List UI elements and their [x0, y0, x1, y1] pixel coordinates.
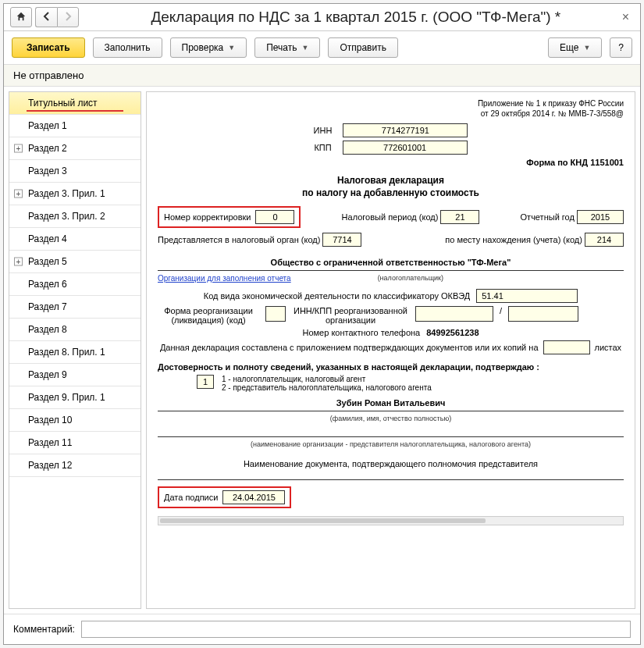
comment-label: Комментарий:	[13, 624, 75, 635]
footer: Комментарий:	[4, 614, 640, 644]
attach-pages-field[interactable]	[543, 340, 590, 354]
reorg-inn-field[interactable]	[415, 306, 493, 322]
print-label: Печать	[266, 42, 297, 53]
sidebar-item-label: Раздел 6	[28, 279, 67, 290]
window: Декларация по НДС за 1 квартал 2015 г. (…	[3, 3, 641, 645]
form-subtitle: по налогу на добавленную стоимость	[158, 187, 624, 198]
form-header-note: Приложение № 1 к приказу ФНС России от 2…	[158, 98, 624, 119]
reorg-label: Форма реорганизации (ликвидация) (код)	[158, 306, 259, 325]
doc-label: Наименование документа, подтверждающего …	[158, 459, 624, 468]
check-button[interactable]: Проверка▼	[170, 37, 247, 58]
sidebar-item-section3a1[interactable]: +Раздел 3. Прил. 1	[9, 183, 141, 205]
sidebar-item-label: Раздел 9. Прил. 1	[28, 392, 105, 403]
sidebar-item-label: Раздел 2	[28, 143, 67, 154]
period-label: Налоговый период (код)	[342, 212, 439, 222]
sidebar-item-section9a1[interactable]: Раздел 9. Прил. 1	[9, 386, 141, 409]
window-title: Декларация по НДС за 1 квартал 2015 г. (…	[94, 9, 617, 26]
sidebar-item-label: Раздел 7	[28, 301, 67, 312]
check-label: Проверка	[182, 42, 224, 53]
more-button[interactable]: Еще▼	[548, 37, 602, 58]
confirm-code-field[interactable]: 1	[197, 375, 214, 389]
org-note: (налогоплательщик)	[291, 274, 530, 283]
save-button[interactable]: Записать	[12, 37, 85, 58]
sidebar-item-section10[interactable]: Раздел 10	[9, 409, 141, 432]
comment-input[interactable]	[81, 621, 631, 638]
close-button[interactable]: ×	[617, 10, 634, 24]
sign-date-field[interactable]: 24.04.2015	[222, 490, 285, 504]
send-label: Отправить	[340, 42, 386, 53]
chevron-down-icon: ▼	[228, 44, 235, 52]
attach-label-pre: Данная декларация составлена с приложени…	[160, 343, 539, 352]
expand-icon[interactable]: +	[14, 144, 23, 153]
kpp-field[interactable]: 772601001	[343, 141, 468, 155]
app-note-1: Приложение № 1 к приказу ФНС России	[158, 98, 624, 109]
sidebar-item-label: Раздел 4	[28, 233, 67, 244]
more-label: Еще	[560, 42, 578, 53]
sidebar-item-label: Раздел 8	[28, 324, 67, 335]
kpp-label: КПП	[314, 143, 331, 152]
chevron-down-icon: ▼	[583, 44, 590, 52]
fill-button[interactable]: Заполнить	[93, 37, 162, 58]
expand-icon[interactable]: +	[14, 258, 23, 266]
sidebar-item-section4[interactable]: Раздел 4	[9, 228, 141, 251]
phone-value: 84992561238	[426, 328, 479, 337]
reorg-code-field[interactable]	[265, 306, 286, 322]
sidebar-item-label: Раздел 3	[28, 166, 67, 176]
titlebar: Декларация по НДС за 1 квартал 2015 г. (…	[4, 4, 640, 31]
sidebar-item-section11[interactable]: Раздел 11	[9, 432, 141, 454]
back-button[interactable]	[35, 7, 57, 27]
sidebar-item-section7[interactable]: Раздел 7	[9, 296, 141, 319]
nav-buttons	[10, 7, 79, 27]
help-button[interactable]: ?	[610, 37, 632, 58]
sidebar-item-label: Раздел 3. Прил. 1	[28, 188, 105, 199]
inn-field[interactable]: 7714277191	[343, 123, 468, 137]
year-field[interactable]: 2015	[577, 210, 624, 224]
sidebar-item-label: Титульный лист	[28, 98, 98, 109]
year-label: Отчетный год	[521, 212, 575, 222]
home-button[interactable]	[10, 7, 32, 27]
org-link[interactable]: Организации для заполнения отчета	[158, 274, 291, 283]
chevron-down-icon: ▼	[301, 44, 308, 52]
forward-button[interactable]	[57, 7, 79, 27]
organ-label: Представляется в налоговый орган (код)	[158, 235, 320, 244]
okved-field[interactable]: 51.41	[476, 289, 578, 303]
sidebar-item-section8a1[interactable]: Раздел 8. Прил. 1	[9, 341, 141, 364]
horizontal-scrollbar[interactable]	[158, 516, 624, 525]
sidebar-item-label: Раздел 8. Прил. 1	[28, 347, 105, 358]
body: Титульный лист Раздел 1 +Раздел 2 Раздел…	[4, 87, 640, 614]
sidebar-item-section9[interactable]: Раздел 9	[9, 364, 141, 386]
sidebar-item-label: Раздел 5	[28, 256, 67, 267]
okved-label: Код вида экономической деятельности по к…	[204, 291, 471, 301]
sidebar-item-section12[interactable]: Раздел 12	[9, 454, 141, 477]
toolbar: Записать Заполнить Проверка▼ Печать▼ Отп…	[4, 31, 640, 65]
expand-icon[interactable]: +	[14, 190, 23, 198]
organ-field[interactable]: 7714	[322, 233, 361, 247]
period-field[interactable]: 21	[440, 210, 479, 224]
sidebar-item-section1[interactable]: Раздел 1	[9, 115, 141, 137]
confirm-opt2: 2 - представитель налогоплательщика, нал…	[222, 383, 432, 392]
sidebar-item-section6[interactable]: Раздел 6	[9, 273, 141, 296]
sidebar-item-section8[interactable]: Раздел 8	[9, 319, 141, 341]
reorg-kpp-field[interactable]	[508, 306, 578, 322]
sidebar-item-section5[interactable]: +Раздел 5	[9, 251, 141, 273]
print-button[interactable]: Печать▼	[254, 37, 320, 58]
sidebar-item-label: Раздел 11	[28, 437, 72, 448]
sign-date-label: Дата подписи	[164, 493, 218, 502]
correction-label: Номер корректировки	[164, 212, 251, 222]
sidebar-item-section2[interactable]: +Раздел 2	[9, 137, 141, 160]
org-name: Общество с ограниченной ответственностью…	[271, 258, 511, 267]
app-note-2: от 29 октября 2014 г. № ММВ-7-3/558@	[158, 109, 624, 119]
send-button[interactable]: Отправить	[328, 37, 398, 58]
attach-label-post: листах	[595, 343, 622, 352]
sidebar-item-title-page[interactable]: Титульный лист	[9, 92, 141, 115]
correction-highlight: Номер корректировки 0	[158, 206, 301, 228]
sidebar-item-label: Раздел 12	[28, 460, 72, 471]
inn-label: ИНН	[314, 126, 333, 135]
arrow-left-icon	[42, 12, 52, 23]
sidebar-item-label: Раздел 10	[28, 415, 72, 425]
correction-field[interactable]: 0	[255, 210, 294, 224]
sidebar: Титульный лист Раздел 1 +Раздел 2 Раздел…	[9, 91, 141, 609]
place-field[interactable]: 214	[585, 233, 624, 247]
sidebar-item-section3[interactable]: Раздел 3	[9, 160, 141, 183]
sidebar-item-section3a2[interactable]: Раздел 3. Прил. 2	[9, 205, 141, 228]
